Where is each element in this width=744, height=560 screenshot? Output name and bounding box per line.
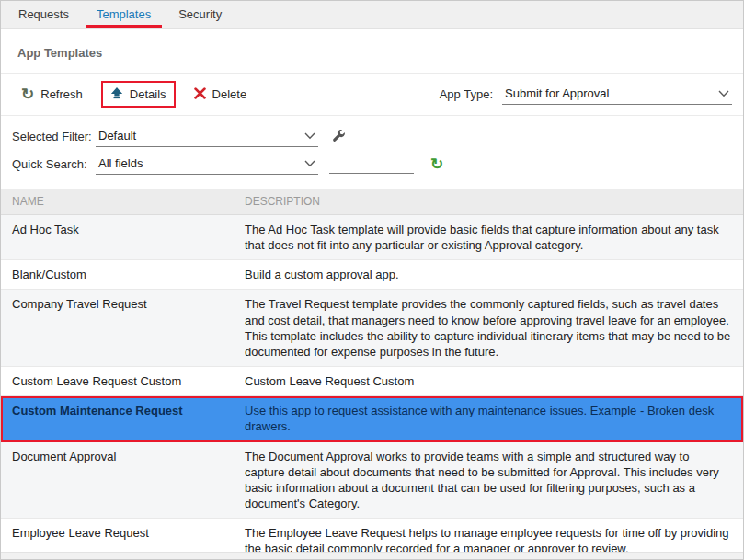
column-header-description: DESCRIPTION xyxy=(234,189,743,214)
toolbar: ↻ Refresh Details Delete App Type: Submi… xyxy=(1,74,743,116)
chevron-down-icon xyxy=(304,129,315,143)
quick-search-field-select[interactable]: All fields xyxy=(96,154,318,175)
row-description-cell: Use this app to request assistance with … xyxy=(234,396,743,440)
tab-templates[interactable]: Templates xyxy=(83,1,165,28)
app-type-label: App Type: xyxy=(440,87,493,101)
row-description-cell: The Document Approval works to provide t… xyxy=(234,442,743,519)
filter-area: Selected Filter: Default Quick Search: A… xyxy=(1,116,743,189)
table-row[interactable]: Ad Hoc Task The Ad Hoc Task template wil… xyxy=(1,215,743,260)
tab-security[interactable]: Security xyxy=(165,1,235,28)
row-description-cell: The Ad Hoc Task template will provide ba… xyxy=(234,215,743,259)
app-type-control: App Type: Submit for Approval xyxy=(440,84,732,105)
row-description-cell: Build a custom approval app. xyxy=(234,260,743,289)
details-label: Details xyxy=(130,87,166,101)
table-row[interactable]: Company Travel Request The Travel Reques… xyxy=(1,290,743,367)
column-header-name: NAME xyxy=(1,189,234,214)
delete-icon xyxy=(194,87,206,102)
quick-search-field-value: All fields xyxy=(98,156,143,170)
tab-bar: RequestsTemplatesSecurity xyxy=(1,1,743,29)
row-name-cell: Company Travel Request xyxy=(1,290,234,366)
templates-table: NAME DESCRIPTION Ad Hoc Task The Ad Hoc … xyxy=(1,189,743,560)
row-name-cell: Custom Leave Request Custom xyxy=(1,367,234,395)
refresh-button[interactable]: ↻ Refresh xyxy=(12,82,92,107)
table-row[interactable]: Document Approval The Document Approval … xyxy=(1,442,743,520)
horizontal-scrollbar[interactable] xyxy=(1,552,743,559)
app-window: RequestsTemplatesSecurity App Templates … xyxy=(0,0,744,560)
quick-search-label: Quick Search: xyxy=(12,157,96,171)
refresh-label: Refresh xyxy=(40,87,83,101)
row-name-cell: Custom Maintenance Request xyxy=(1,396,234,440)
app-type-select[interactable]: Submit for Approval xyxy=(502,84,732,105)
delete-button[interactable]: Delete xyxy=(185,82,257,108)
table-row[interactable]: Custom Leave Request Custom Custom Leave… xyxy=(1,367,743,396)
tab-requests[interactable]: Requests xyxy=(5,1,83,28)
search-refresh-button[interactable]: ↻ xyxy=(430,158,443,171)
selected-filter-select[interactable]: Default xyxy=(96,126,318,147)
chevron-down-icon xyxy=(718,86,729,100)
quick-search-row: Quick Search: All fields ↻ xyxy=(12,154,732,175)
details-icon xyxy=(110,86,123,102)
selected-filter-label: Selected Filter: xyxy=(12,130,96,143)
content-panel: App Templates ↻ Refresh Details Delete A… xyxy=(1,29,743,560)
details-button[interactable]: Details xyxy=(101,81,176,108)
selected-filter-row: Selected Filter: Default xyxy=(12,126,732,147)
page-title: App Templates xyxy=(1,29,743,74)
table-row[interactable]: Blank/Custom Build a custom approval app… xyxy=(1,260,743,290)
row-description-cell: Custom Leave Request Custom xyxy=(234,367,743,395)
search-refresh-icon: ↻ xyxy=(430,158,443,171)
refresh-icon: ↻ xyxy=(21,88,34,101)
delete-label: Delete xyxy=(212,87,247,101)
table-row[interactable]: Custom Maintenance Request Use this app … xyxy=(1,396,743,441)
row-name-cell: Blank/Custom xyxy=(1,260,234,289)
quick-search-input[interactable] xyxy=(329,154,414,174)
row-name-cell: Document Approval xyxy=(1,442,234,519)
wrench-icon xyxy=(332,129,346,145)
row-name-cell: Ad Hoc Task xyxy=(1,215,234,259)
table-header: NAME DESCRIPTION xyxy=(1,189,743,215)
chevron-down-icon xyxy=(304,156,315,170)
selected-filter-value: Default xyxy=(98,129,136,143)
app-type-value: Submit for Approval xyxy=(505,86,609,100)
table-body: Ad Hoc Task The Ad Hoc Task template wil… xyxy=(1,215,743,560)
row-description-cell: The Travel Request template provides the… xyxy=(234,290,743,366)
filter-settings-button[interactable] xyxy=(332,129,346,145)
